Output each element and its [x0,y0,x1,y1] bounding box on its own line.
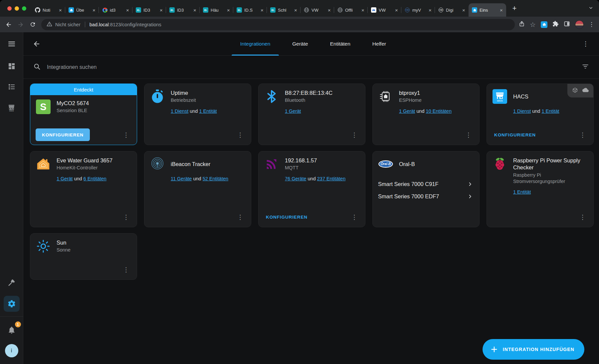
browser-tab[interactable]: ID.ID3× [166,3,200,17]
tab-integrationen[interactable]: Integrationen [232,32,279,55]
summary-link[interactable]: 1 Entität [513,189,531,195]
sidebar-item-todo-list[interactable] [4,80,19,94]
summary-link[interactable]: 1 Entität [199,108,217,114]
tab-close-icon[interactable]: × [327,7,332,13]
filter-icon[interactable] [582,63,589,72]
url-divider [85,22,85,27]
security-warning-icon[interactable] [47,21,52,28]
summary-link[interactable]: 76 Geräte [285,176,306,181]
summary-link[interactable]: 1 Entität [541,108,559,114]
browser-tab[interactable]: VWmyV× [401,3,435,17]
sidebar-item-developer-tools[interactable] [4,275,19,290]
summary-text: und [73,176,83,181]
summary-link[interactable]: 1 Gerät [399,108,415,114]
tab-close-icon[interactable]: × [159,7,164,13]
card-menu-button[interactable]: ⋮ [121,267,131,273]
browser-tab[interactable]: ID.ID.S× [233,3,267,17]
summary-link[interactable]: 1 Dienst [513,108,531,114]
card-menu-button[interactable]: ⋮ [235,132,246,138]
tab-close-icon[interactable]: × [260,7,265,13]
browser-tab[interactable]: ID.Schl× [267,3,300,17]
sidebar-notifications-button[interactable]: 1 [4,323,19,337]
sidebar-user-avatar[interactable]: i [5,344,18,357]
browser-profile-avatar[interactable] [575,20,584,29]
zoom-window-button[interactable] [22,6,26,11]
bookmark-star-icon[interactable]: ☆ [530,21,536,28]
tab-close-icon[interactable]: × [58,7,63,13]
browser-tab[interactable]: VWDigi× [435,3,469,17]
summary-link[interactable]: 10 Entitäten [426,108,452,114]
search-input[interactable] [46,64,576,71]
tab-search-chevron-icon[interactable] [585,5,596,11]
github-icon [35,7,40,13]
browser-tab[interactable]: Noti× [32,3,65,17]
tab-close-icon[interactable]: × [125,7,130,13]
summary-link[interactable]: 1 Dienst [171,108,188,114]
summary-link[interactable]: 11 Geräte [171,176,192,181]
extensions-puzzle-icon[interactable] [552,21,559,28]
integration-card-sensirion-ble: EntdecktSMyCO2 5674Sensirion BLEKONFIGUR… [30,84,137,145]
new-tab-button[interactable]: + [509,3,520,14]
tab-close-icon[interactable]: × [360,7,365,13]
browser-tab[interactable]: VW× [368,3,401,17]
tab-close-icon[interactable]: × [192,7,197,13]
browser-tab[interactable]: VW× [300,3,334,17]
configure-button[interactable]: KONFIGURIEREN [264,213,309,222]
device-row[interactable]: Smart Series 7000 EDF7 [378,193,474,200]
tab-close-icon[interactable]: × [394,7,399,13]
browser-tab[interactable]: ID.ID3× [132,3,166,17]
configure-button[interactable]: KONFIGURIEREN [492,130,538,139]
card-menu-button[interactable]: ⋮ [577,214,588,220]
tab-close-icon[interactable]: × [461,7,466,13]
tab-close-icon[interactable]: × [428,7,433,13]
tab-close-icon[interactable]: × [293,7,298,13]
card-menu-button[interactable]: ⋮ [349,214,360,220]
tab-close-icon[interactable]: × [92,7,97,13]
device-name: Smart Series 7000 C91F [378,181,439,187]
sidebar-item-hacs[interactable]: HACS [4,100,19,115]
tab-close-icon[interactable]: × [499,7,504,13]
card-menu-button[interactable]: ⋮ [121,132,131,138]
sidebar-item-settings[interactable] [4,296,20,312]
sidebar-menu-button[interactable] [4,37,19,51]
tab-close-icon[interactable]: × [226,7,231,13]
ha-back-button[interactable] [33,40,47,48]
summary-link[interactable]: 1 Gerät [57,176,73,181]
add-integration-button[interactable]: INTEGRATION HINZUFÜGEN [483,339,584,360]
stopwatch-icon [150,89,165,104]
share-icon[interactable] [519,21,525,28]
address-bar[interactable]: Nicht sicher bad.local:8123/config/integ… [41,19,515,30]
sidebar-item-dashboard[interactable] [4,59,19,74]
browser-tab-active[interactable]: Eins× [469,3,506,17]
home-assistant-extension-icon[interactable] [541,21,547,28]
device-name: Smart Series 7000 EDF7 [378,193,439,200]
device-row[interactable]: Smart Series 7000 C91F [378,180,474,188]
forward-button[interactable] [15,19,27,31]
card-menu-button[interactable]: ⋮ [235,214,246,220]
minimize-window-button[interactable] [15,6,19,11]
card-menu-button[interactable]: ⋮ [463,132,474,138]
browser-tab[interactable]: Übe× [65,3,99,17]
configure-button[interactable]: KONFIGURIEREN [36,128,90,141]
ha-overflow-menu-icon[interactable]: ⋮ [579,40,592,48]
summary-link[interactable]: 6 Entitäten [84,176,106,181]
tab-helfer[interactable]: Helfer [364,32,395,55]
card-menu-button[interactable]: ⋮ [577,132,588,138]
browser-tab[interactable]: id3× [99,3,132,17]
back-button[interactable] [3,19,15,31]
side-panel-icon[interactable] [564,21,570,28]
browser-menu-icon[interactable]: ⋮ [589,22,594,27]
summary-link[interactable]: 52 Entitäten [203,176,228,181]
card-menu-button[interactable]: ⋮ [349,132,360,138]
integration-subtitle: Raspberry Pi Stromversorgungsprüfer [513,172,588,185]
reload-button[interactable] [27,19,39,31]
summary-link[interactable]: 237 Entitäten [317,176,345,181]
tab-entitaeten[interactable]: Entitäten [321,32,359,55]
summary-link[interactable]: 1 Gerät [285,108,301,114]
card-menu-button[interactable]: ⋮ [121,214,131,220]
tab-geraete[interactable]: Geräte [284,32,316,55]
close-window-button[interactable] [7,6,12,11]
integration-card-ibeacon: iBeacon Tracker11 Geräte und 52 Entitäte… [144,151,251,227]
browser-tab[interactable]: ID.Häu× [200,3,233,17]
browser-tab[interactable]: Offli× [334,3,368,17]
